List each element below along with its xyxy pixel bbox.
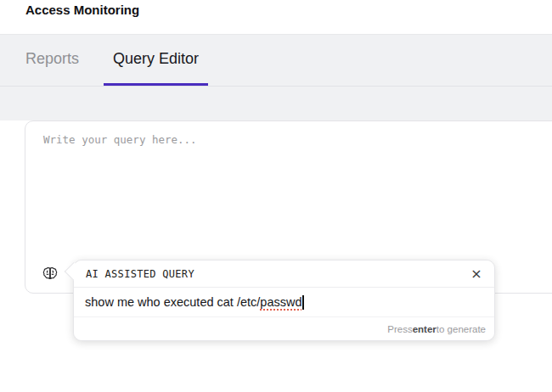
tab-reports[interactable]: Reports <box>16 35 88 86</box>
hint-enter-key: enter <box>413 324 437 334</box>
page-title: Access Monitoring <box>25 2 552 18</box>
page-header: Access Monitoring <box>0 0 552 35</box>
tab-bar: Reports Query Editor <box>0 35 552 87</box>
hint-suffix: to generate <box>437 324 486 334</box>
popup-title: AI ASSISTED QUERY <box>86 268 194 280</box>
text-caret <box>302 295 304 310</box>
ai-assist-button[interactable] <box>42 266 59 283</box>
popup-footer-hint: Press enter to generate <box>74 316 494 340</box>
tab-reports-label: Reports <box>25 50 79 68</box>
tab-query-editor[interactable]: Query Editor <box>104 35 208 86</box>
brain-icon <box>42 272 59 285</box>
ai-query-misspelled-word: passwd <box>260 295 301 309</box>
query-placeholder: Write your query here... <box>25 121 552 146</box>
close-icon: × <box>470 267 482 281</box>
ai-query-input[interactable]: show me who executed cat /etc/passwd <box>74 288 494 316</box>
query-editor-panel: Write your query here... <box>0 120 552 392</box>
tab-section: Reports Query Editor <box>0 35 552 120</box>
ai-assisted-query-popup: AI ASSISTED QUERY × show me who executed… <box>73 260 495 341</box>
tab-query-editor-label: Query Editor <box>113 50 199 68</box>
hint-prefix: Press <box>387 324 412 334</box>
close-button[interactable]: × <box>467 265 486 283</box>
popup-header: AI ASSISTED QUERY × <box>74 260 494 288</box>
access-monitoring-screen: Access Monitoring Reports Query Editor W… <box>0 0 552 392</box>
ai-query-text: show me who executed cat /etc/ <box>85 295 260 309</box>
